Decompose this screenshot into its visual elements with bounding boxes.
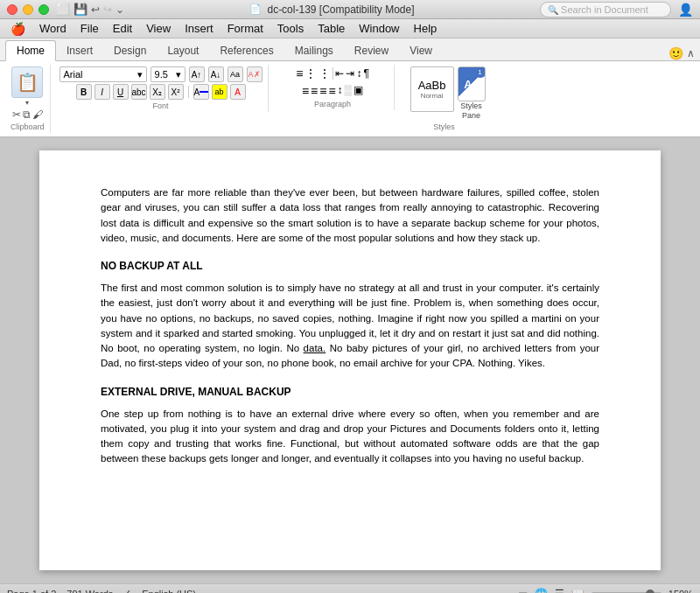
- strikethrough-button[interactable]: abc: [131, 84, 147, 100]
- line-spacing-button[interactable]: ↕: [338, 84, 343, 98]
- window-title: 📄 dc-col-139 [Compatibility Mode]: [124, 3, 540, 16]
- tab-design[interactable]: Design: [103, 41, 157, 60]
- increase-indent-button[interactable]: ⇥: [346, 67, 354, 80]
- shading-button[interactable]: ▒: [345, 84, 353, 98]
- change-case-button[interactable]: Aa: [228, 66, 243, 82]
- underline-button[interactable]: U: [113, 84, 129, 100]
- save-icon[interactable]: 💾: [74, 3, 88, 16]
- zoom-level: 150%: [668, 589, 693, 594]
- clear-format-button[interactable]: A✗: [247, 66, 262, 82]
- title-bar-right: 🔍 Search in Document 👤: [540, 2, 693, 17]
- page: Computers are far more reliable than the…: [39, 150, 661, 570]
- tab-home[interactable]: Home: [5, 40, 56, 61]
- menu-file[interactable]: File: [74, 20, 106, 37]
- paste-area: 📋 ▾: [11, 66, 43, 107]
- superscript-button[interactable]: X²: [168, 84, 184, 100]
- search-input[interactable]: 🔍 Search in Document: [540, 2, 671, 17]
- more-icon[interactable]: ⌄: [116, 3, 124, 16]
- language[interactable]: English (US): [142, 589, 196, 594]
- format-row: B I U abc X₂ X² A ab A: [76, 84, 246, 100]
- align-center-button[interactable]: ≡: [311, 84, 318, 98]
- ribbon-content: 📋 ▾ ✂ ⧉ 🖌 Clipboard Arial ▾ 9.5 ▾ A↑ A↓ …: [0, 61, 700, 137]
- layout-read-icon[interactable]: 📖: [571, 588, 584, 594]
- styles-area: AaBb Normal Aa 1 StylesPane: [410, 66, 486, 121]
- highlight-button[interactable]: ab: [212, 84, 228, 100]
- menu-insert[interactable]: Insert: [178, 20, 220, 37]
- bullets-button[interactable]: ≡: [296, 66, 303, 80]
- menu-view[interactable]: View: [139, 20, 178, 37]
- font-color-button[interactable]: A: [193, 84, 209, 100]
- menu-format[interactable]: Format: [220, 20, 270, 37]
- ribbon-tabs: Home Insert Design Layout References Mai…: [0, 38, 700, 61]
- word-count: 791 Words: [66, 589, 113, 594]
- redo-icon[interactable]: ↪: [103, 3, 112, 16]
- increase-font-button[interactable]: A↑: [189, 66, 205, 82]
- proofing-icon[interactable]: ✓: [123, 588, 131, 593]
- zoom-thumb: [646, 590, 654, 594]
- document-body[interactable]: Computers are far more reliable than the…: [101, 185, 599, 467]
- ribbon-group-font: Arial ▾ 9.5 ▾ A↑ A↓ Aa A✗ B I U abc X₂ X…: [54, 65, 269, 112]
- copy-icon[interactable]: ⧉: [23, 108, 31, 121]
- subscript-button[interactable]: X₂: [150, 84, 165, 100]
- show-formatting-button[interactable]: ¶: [363, 67, 368, 80]
- close-button[interactable]: [7, 4, 18, 15]
- menu-window[interactable]: Window: [352, 20, 406, 37]
- size-dropdown-arrow: ▾: [176, 69, 181, 80]
- format-painter-icon[interactable]: 🖌: [32, 108, 43, 121]
- multilevel-button[interactable]: ⋮: [318, 66, 331, 80]
- bold-button[interactable]: B: [76, 84, 92, 100]
- styles-pane-button[interactable]: Aa 1 StylesPane: [458, 66, 486, 121]
- align-right-button[interactable]: ≡: [319, 84, 326, 98]
- font-family-selector[interactable]: Arial ▾: [60, 66, 147, 82]
- status-right: ▭ 🌐 ☰ 📖 150%: [518, 588, 693, 594]
- justify-button[interactable]: ≡: [328, 84, 335, 98]
- menu-help[interactable]: Help: [407, 20, 444, 37]
- menu-table[interactable]: Table: [311, 20, 352, 37]
- status-bar: Page 1 of 2 791 Words ✓ English (US) ▭ 🌐…: [0, 583, 700, 593]
- tab-insert[interactable]: Insert: [56, 41, 103, 60]
- font-size-selector[interactable]: 9.5 ▾: [150, 66, 186, 82]
- paste-label[interactable]: ▾: [25, 99, 29, 107]
- tab-review[interactable]: Review: [344, 41, 399, 60]
- sort-button[interactable]: ↕: [356, 67, 361, 80]
- tab-layout[interactable]: Layout: [157, 41, 209, 60]
- cut-icon[interactable]: ✂: [12, 108, 21, 121]
- borders-button[interactable]: ▣: [354, 84, 363, 98]
- heading-no-backup: NO BACKUP AT ALL: [101, 258, 599, 274]
- styles-icon: Aa 1: [458, 66, 486, 101]
- tab-mailings[interactable]: Mailings: [284, 41, 344, 60]
- decrease-indent-button[interactable]: ⇤: [335, 67, 344, 80]
- smiley-icon[interactable]: 🙂: [668, 46, 683, 60]
- normal-style-preview: AaBb: [418, 79, 446, 92]
- page-info: Page 1 of 2: [7, 589, 56, 594]
- title-bar: ⬜ 💾 ↩ ↪ ⌄ 📄 dc-col-139 [Compatibility Mo…: [0, 0, 700, 19]
- styles-pane-label: StylesPane: [460, 101, 482, 121]
- layout-web-icon[interactable]: 🌐: [535, 588, 548, 594]
- text-color-button[interactable]: A: [230, 84, 246, 100]
- minimize-button[interactable]: [23, 4, 33, 15]
- menu-word[interactable]: Word: [32, 20, 74, 37]
- align-left-button[interactable]: ≡: [302, 84, 309, 98]
- decrease-font-button[interactable]: A↓: [208, 66, 224, 82]
- tab-references[interactable]: References: [209, 41, 284, 60]
- menu-edit[interactable]: Edit: [106, 20, 139, 37]
- layout-outline-icon[interactable]: ☰: [555, 588, 564, 594]
- numbering-button[interactable]: ⋮: [304, 66, 317, 80]
- normal-style[interactable]: AaBb Normal: [410, 66, 454, 112]
- traffic-lights: [7, 4, 49, 15]
- styles-label: Styles: [433, 122, 455, 131]
- menu-tools[interactable]: Tools: [270, 20, 311, 37]
- format-separator: [188, 86, 189, 98]
- paste-button[interactable]: 📋: [11, 66, 43, 98]
- italic-button[interactable]: I: [94, 84, 110, 100]
- user-icon[interactable]: 👤: [678, 3, 693, 17]
- tab-view[interactable]: View: [399, 41, 443, 60]
- clipboard-label: Clipboard: [10, 122, 45, 131]
- undo-icon[interactable]: ↩: [91, 3, 100, 16]
- sidebar-toggle-icon[interactable]: ⬜: [56, 3, 70, 16]
- collapse-ribbon-icon[interactable]: ∧: [687, 47, 695, 59]
- apple-menu[interactable]: 🍎: [4, 20, 32, 38]
- ribbon-group-styles: AaBb Normal Aa 1 StylesPane Styles: [398, 65, 491, 133]
- layout-normal-icon[interactable]: ▭: [518, 588, 528, 594]
- maximize-button[interactable]: [38, 4, 49, 15]
